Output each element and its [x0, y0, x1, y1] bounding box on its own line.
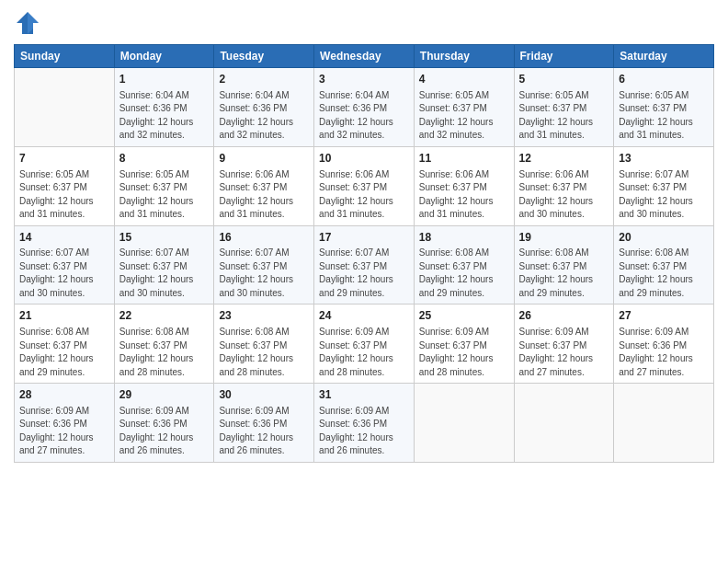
day-info: Sunrise: 6:04 AM Sunset: 6:36 PM Dayligh…	[119, 89, 210, 143]
day-cell	[414, 384, 514, 463]
day-number: 11	[419, 151, 509, 167]
day-number: 9	[219, 151, 309, 167]
header-cell-saturday: Saturday	[614, 45, 714, 68]
day-cell: 12Sunrise: 6:06 AM Sunset: 6:37 PM Dayli…	[514, 146, 614, 225]
header-cell-friday: Friday	[514, 45, 614, 68]
day-info: Sunrise: 6:09 AM Sunset: 6:36 PM Dayligh…	[19, 405, 109, 458]
header-cell-wednesday: Wednesday	[314, 45, 415, 68]
day-number: 24	[319, 308, 409, 324]
day-number: 5	[519, 72, 609, 87]
day-info: Sunrise: 6:06 AM Sunset: 6:37 PM Dayligh…	[319, 168, 409, 222]
day-cell: 27Sunrise: 6:09 AM Sunset: 6:36 PM Dayli…	[614, 304, 714, 384]
day-info: Sunrise: 6:09 AM Sunset: 6:37 PM Dayligh…	[519, 326, 609, 379]
day-info: Sunrise: 6:05 AM Sunset: 6:37 PM Dayligh…	[619, 89, 709, 143]
logo	[14, 9, 45, 37]
day-cell: 7Sunrise: 6:05 AM Sunset: 6:37 PM Daylig…	[15, 146, 115, 225]
day-cell: 5Sunrise: 6:05 AM Sunset: 6:37 PM Daylig…	[514, 68, 614, 147]
day-number: 18	[419, 230, 509, 246]
day-number: 12	[519, 151, 609, 167]
day-info: Sunrise: 6:09 AM Sunset: 6:36 PM Dayligh…	[319, 405, 409, 458]
day-number: 27	[619, 308, 709, 324]
day-number: 19	[519, 230, 609, 246]
day-info: Sunrise: 6:04 AM Sunset: 6:36 PM Dayligh…	[319, 89, 409, 143]
day-info: Sunrise: 6:05 AM Sunset: 6:37 PM Dayligh…	[119, 168, 210, 222]
day-info: Sunrise: 6:05 AM Sunset: 6:37 PM Dayligh…	[519, 89, 609, 143]
day-number: 3	[319, 72, 409, 87]
day-cell: 13Sunrise: 6:07 AM Sunset: 6:37 PM Dayli…	[614, 146, 714, 225]
day-info: Sunrise: 6:07 AM Sunset: 6:37 PM Dayligh…	[319, 247, 409, 300]
header-cell-thursday: Thursday	[414, 45, 514, 68]
day-cell: 14Sunrise: 6:07 AM Sunset: 6:37 PM Dayli…	[15, 225, 115, 304]
week-row-1: 1Sunrise: 6:04 AM Sunset: 6:36 PM Daylig…	[15, 68, 714, 147]
day-cell: 20Sunrise: 6:08 AM Sunset: 6:37 PM Dayli…	[614, 225, 714, 304]
day-cell: 17Sunrise: 6:07 AM Sunset: 6:37 PM Dayli…	[314, 225, 415, 304]
day-cell	[514, 384, 614, 463]
day-cell	[614, 384, 714, 463]
day-info: Sunrise: 6:09 AM Sunset: 6:37 PM Dayligh…	[419, 326, 509, 379]
day-cell: 6Sunrise: 6:05 AM Sunset: 6:37 PM Daylig…	[614, 68, 714, 147]
day-cell: 26Sunrise: 6:09 AM Sunset: 6:37 PM Dayli…	[514, 304, 614, 384]
day-info: Sunrise: 6:04 AM Sunset: 6:36 PM Dayligh…	[219, 89, 309, 143]
day-info: Sunrise: 6:09 AM Sunset: 6:36 PM Dayligh…	[119, 405, 210, 458]
logo-icon	[14, 9, 41, 37]
day-cell: 2Sunrise: 6:04 AM Sunset: 6:36 PM Daylig…	[214, 68, 314, 147]
day-cell: 9Sunrise: 6:06 AM Sunset: 6:37 PM Daylig…	[214, 146, 314, 225]
day-cell: 11Sunrise: 6:06 AM Sunset: 6:37 PM Dayli…	[414, 146, 514, 225]
page-header	[14, 9, 714, 37]
day-info: Sunrise: 6:08 AM Sunset: 6:37 PM Dayligh…	[519, 247, 609, 300]
header-cell-tuesday: Tuesday	[214, 45, 314, 68]
day-info: Sunrise: 6:05 AM Sunset: 6:37 PM Dayligh…	[419, 89, 509, 143]
day-cell: 23Sunrise: 6:08 AM Sunset: 6:37 PM Dayli…	[214, 304, 314, 384]
day-number: 30	[219, 387, 309, 403]
week-row-5: 28Sunrise: 6:09 AM Sunset: 6:36 PM Dayli…	[15, 384, 714, 463]
day-cell: 29Sunrise: 6:09 AM Sunset: 6:36 PM Dayli…	[114, 384, 214, 463]
day-number: 10	[319, 151, 409, 167]
day-info: Sunrise: 6:08 AM Sunset: 6:37 PM Dayligh…	[619, 247, 709, 300]
day-cell: 10Sunrise: 6:06 AM Sunset: 6:37 PM Dayli…	[314, 146, 415, 225]
day-cell: 1Sunrise: 6:04 AM Sunset: 6:36 PM Daylig…	[114, 68, 214, 147]
day-number: 13	[619, 151, 709, 167]
day-cell: 15Sunrise: 6:07 AM Sunset: 6:37 PM Dayli…	[114, 225, 214, 304]
day-info: Sunrise: 6:08 AM Sunset: 6:37 PM Dayligh…	[219, 326, 309, 379]
day-info: Sunrise: 6:06 AM Sunset: 6:37 PM Dayligh…	[519, 168, 609, 222]
day-cell: 28Sunrise: 6:09 AM Sunset: 6:36 PM Dayli…	[15, 384, 115, 463]
day-number: 16	[219, 230, 309, 246]
day-number: 6	[619, 72, 709, 87]
day-cell: 3Sunrise: 6:04 AM Sunset: 6:36 PM Daylig…	[314, 68, 415, 147]
day-number: 31	[319, 387, 409, 403]
day-number: 22	[119, 308, 210, 324]
day-cell: 31Sunrise: 6:09 AM Sunset: 6:36 PM Dayli…	[314, 384, 415, 463]
day-cell: 24Sunrise: 6:09 AM Sunset: 6:37 PM Dayli…	[314, 304, 415, 384]
day-number: 4	[419, 72, 509, 87]
day-info: Sunrise: 6:08 AM Sunset: 6:37 PM Dayligh…	[119, 326, 210, 379]
calendar-table: SundayMondayTuesdayWednesdayThursdayFrid…	[14, 44, 714, 463]
week-row-2: 7Sunrise: 6:05 AM Sunset: 6:37 PM Daylig…	[15, 146, 714, 225]
day-cell: 8Sunrise: 6:05 AM Sunset: 6:37 PM Daylig…	[114, 146, 214, 225]
day-number: 14	[19, 230, 109, 246]
day-cell: 4Sunrise: 6:05 AM Sunset: 6:37 PM Daylig…	[414, 68, 514, 147]
day-info: Sunrise: 6:07 AM Sunset: 6:37 PM Dayligh…	[19, 247, 109, 300]
day-number: 20	[619, 230, 709, 246]
day-cell	[15, 68, 115, 147]
day-number: 23	[219, 308, 309, 324]
week-row-3: 14Sunrise: 6:07 AM Sunset: 6:37 PM Dayli…	[15, 225, 714, 304]
day-info: Sunrise: 6:08 AM Sunset: 6:37 PM Dayligh…	[19, 326, 109, 379]
day-number: 17	[319, 230, 409, 246]
day-info: Sunrise: 6:09 AM Sunset: 6:36 PM Dayligh…	[619, 326, 709, 379]
header-cell-sunday: Sunday	[15, 45, 115, 68]
day-cell: 25Sunrise: 6:09 AM Sunset: 6:37 PM Dayli…	[414, 304, 514, 384]
calendar-page: SundayMondayTuesdayWednesdayThursdayFrid…	[0, 0, 728, 563]
calendar-header: SundayMondayTuesdayWednesdayThursdayFrid…	[15, 45, 714, 68]
day-number: 8	[119, 151, 210, 167]
day-number: 2	[219, 72, 309, 87]
day-info: Sunrise: 6:07 AM Sunset: 6:37 PM Dayligh…	[219, 247, 309, 300]
day-info: Sunrise: 6:06 AM Sunset: 6:37 PM Dayligh…	[219, 168, 309, 222]
week-row-4: 21Sunrise: 6:08 AM Sunset: 6:37 PM Dayli…	[15, 304, 714, 384]
calendar-body: 1Sunrise: 6:04 AM Sunset: 6:36 PM Daylig…	[15, 68, 714, 463]
day-info: Sunrise: 6:09 AM Sunset: 6:36 PM Dayligh…	[219, 405, 309, 458]
day-cell: 21Sunrise: 6:08 AM Sunset: 6:37 PM Dayli…	[15, 304, 115, 384]
day-info: Sunrise: 6:06 AM Sunset: 6:37 PM Dayligh…	[419, 168, 509, 222]
day-number: 1	[119, 72, 210, 87]
day-number: 25	[419, 308, 509, 324]
header-cell-monday: Monday	[114, 45, 214, 68]
